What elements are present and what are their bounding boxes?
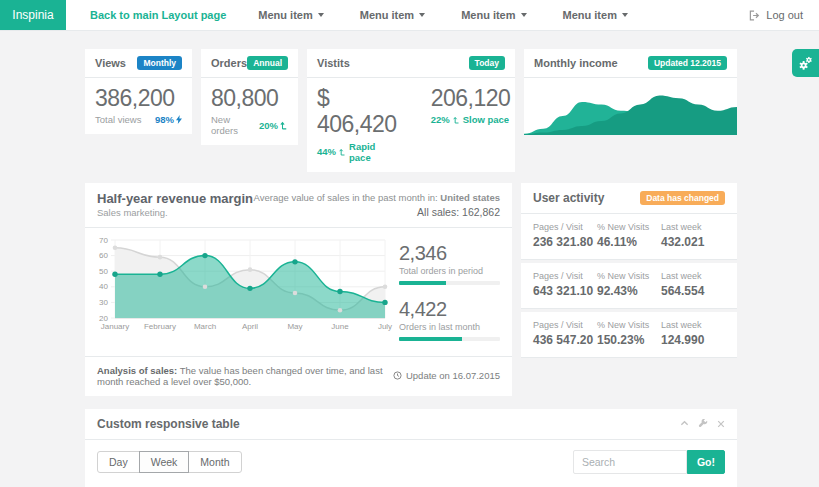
brand-logo[interactable]: Inspinia — [0, 0, 66, 30]
updated-badge: Updated 12.2015 — [648, 56, 727, 70]
visits-right-metric: 22% — [431, 114, 450, 125]
menu-item-2[interactable]: Menu item — [342, 9, 443, 21]
menu-item-4[interactable]: Menu item — [545, 9, 646, 21]
user-activity-row: Pages / Visit436 547.20 % New Visits150.… — [521, 312, 737, 358]
user-activity-row: Pages / Visit643 321.10 % New Visits92.4… — [521, 263, 737, 309]
annual-badge: Annual — [247, 56, 288, 70]
back-to-layout-link[interactable]: Back to main Layout page — [76, 9, 240, 21]
month-button[interactable]: Month — [188, 451, 241, 473]
views-card-title: Views — [95, 57, 126, 69]
svg-text:50: 50 — [99, 267, 108, 276]
logout-button[interactable]: Log out — [749, 0, 819, 30]
period-button-group: Day Week Month — [97, 451, 242, 473]
svg-text:70: 70 — [99, 235, 108, 244]
level-up-icon — [280, 121, 288, 130]
caret-down-icon — [521, 13, 527, 17]
today-badge: Today — [469, 56, 505, 70]
user-activity-title: User activity — [533, 191, 604, 205]
orders-card-title: Orders — [211, 57, 247, 69]
gears-icon — [798, 56, 813, 71]
svg-text:30: 30 — [99, 298, 108, 307]
total-orders-value: 2,346 — [399, 242, 500, 265]
monthly-income-area-chart — [524, 78, 737, 135]
last-month-orders-value: 4,422 — [399, 298, 500, 321]
menu-item-3[interactable]: Menu item — [443, 9, 544, 21]
svg-text:40: 40 — [99, 282, 108, 291]
visits-card-title: Vistits — [317, 57, 350, 69]
user-activity-panel: User activity Data has changed Pages / V… — [521, 183, 737, 396]
revenue-summary: Average value of sales in the past month… — [254, 191, 500, 221]
clock-icon — [393, 371, 402, 380]
views-metric: 98% — [155, 114, 174, 125]
level-up-icon — [339, 148, 346, 156]
go-button[interactable]: Go! — [687, 450, 725, 474]
revenue-title: Half-year revenue margin — [97, 191, 253, 206]
theme-settings-button[interactable] — [792, 49, 819, 77]
views-value: 386,200 — [95, 85, 182, 111]
last-month-orders-progress — [399, 337, 500, 341]
svg-text:March: March — [194, 322, 216, 331]
week-button[interactable]: Week — [139, 451, 190, 473]
total-orders-label: Total orders in period — [399, 266, 500, 276]
avg-country: United states — [440, 192, 500, 203]
visits-left-value: $ 406,420 — [317, 85, 397, 138]
level-up-icon — [453, 116, 460, 124]
table-panel-title: Custom responsive table — [97, 417, 240, 431]
page-content: Views Monthly 386,200 Total views 98% — [0, 31, 819, 487]
orders-metric: 20% — [259, 120, 278, 131]
data-changed-badge: Data has changed — [640, 191, 725, 205]
svg-text:60: 60 — [99, 251, 108, 260]
last-month-orders-label: Orders in last month — [399, 322, 500, 332]
day-button[interactable]: Day — [97, 451, 140, 473]
revenue-subtitle: Sales marketing. — [97, 207, 253, 218]
orders-card: Orders Annual 80,800 New orders 20% — [201, 49, 298, 172]
revenue-area-chart: 706050403020JanuaryFebruaryMarchAprilMay… — [97, 236, 389, 336]
sign-out-icon — [749, 10, 760, 21]
svg-text:April: April — [242, 322, 258, 331]
revenue-stats: 2,346 Total orders in period 4,422 Order… — [389, 236, 500, 354]
navbar-links: Back to main Layout page Menu item Menu … — [76, 0, 646, 30]
orders-label: New orders — [211, 114, 259, 136]
visits-left-pace: Rapid pace — [349, 141, 397, 163]
orders-value: 80,800 — [211, 85, 288, 111]
svg-text:June: June — [331, 322, 349, 331]
caret-down-icon — [419, 13, 425, 17]
wrench-icon[interactable] — [698, 419, 708, 429]
bolt-icon — [176, 115, 182, 124]
visits-left-stat: $ 406,420 44% Rapid pace — [317, 85, 397, 163]
visits-card: Vistits Today $ 406,420 44% Rapid pace — [307, 49, 515, 172]
visits-right-value: 206,120 — [431, 85, 511, 111]
caret-down-icon — [318, 13, 324, 17]
visits-right-stat: 206,120 22% Slow pace — [431, 85, 511, 163]
all-sales: All sales: 162,862 — [254, 205, 500, 221]
income-card-title: Monthly income — [534, 57, 618, 69]
close-icon[interactable] — [717, 420, 725, 428]
views-card: Views Monthly 386,200 Total views 98% — [85, 49, 192, 172]
svg-text:January: January — [101, 322, 129, 331]
views-label: Total views — [95, 114, 141, 125]
visits-left-metric: 44% — [317, 146, 336, 157]
search-input[interactable] — [573, 450, 687, 474]
monthly-income-card: Monthly income Updated 12.2015 — [524, 49, 737, 172]
top-navbar: Inspinia Back to main Layout page Menu i… — [0, 0, 819, 31]
total-orders-progress — [399, 281, 500, 285]
svg-text:May: May — [287, 322, 302, 331]
custom-table-panel: Custom responsive table Day Week Month — [85, 409, 737, 487]
monthly-badge: Monthly — [137, 56, 182, 70]
user-activity-row: Pages / Visit236 321.80 % New Visits46.1… — [521, 214, 737, 260]
revenue-panel: Half-year revenue margin Sales marketing… — [85, 183, 512, 396]
caret-down-icon — [622, 13, 628, 17]
update-info: Update on 16.07.2015 — [393, 365, 500, 387]
visits-right-pace: Slow pace — [463, 114, 509, 125]
analysis-text: Analysis of sales: The value has been ch… — [97, 365, 383, 387]
menu-item-1[interactable]: Menu item — [240, 9, 341, 21]
collapse-icon[interactable] — [680, 419, 689, 428]
svg-text:February: February — [144, 322, 176, 331]
